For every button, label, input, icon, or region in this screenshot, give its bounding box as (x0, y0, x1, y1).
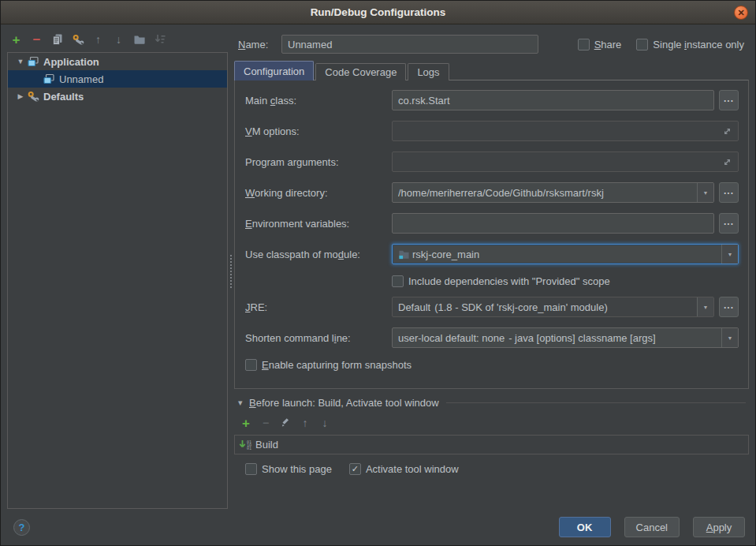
sort-configurations-button[interactable] (151, 31, 169, 48)
vm-options-label: VM options: (245, 125, 392, 137)
edit-defaults-button[interactable] (69, 31, 87, 48)
remove-task-button[interactable]: − (259, 416, 273, 430)
working-directory-combo[interactable]: /home/meriherrera/Code/Github/rsksmart/r… (392, 182, 714, 203)
tree-item-label: Unnamed (59, 73, 103, 85)
wrench-gear-icon (27, 90, 41, 103)
ellipsis-icon: ... (724, 216, 734, 227)
remove-icon: − (263, 417, 269, 428)
chevron-down-icon: ▼ (728, 335, 733, 341)
configurations-toolbar: + − ↑ ↓ (7, 29, 228, 50)
capture-snapshots-label: Enable capturing form snapshots (262, 359, 412, 371)
tree-item-application[interactable]: ▼ Application (8, 53, 227, 70)
main-class-field[interactable]: co.rsk.Start (392, 90, 714, 110)
configuration-tab-panel: Main class: co.rsk.Start ... VM options: (234, 80, 749, 389)
working-directory-browse-button[interactable]: ... (719, 182, 739, 203)
create-folder-button[interactable] (130, 31, 148, 48)
chevron-down-icon[interactable]: ▼ (14, 58, 27, 65)
shorten-command-line-combo[interactable]: user-local default: none - java [options… (392, 327, 739, 348)
separator (446, 402, 746, 403)
jre-combo[interactable]: Default (1.8 - SDK of 'rskj-core_main' m… (392, 297, 714, 317)
capture-snapshots-checkbox[interactable] (245, 359, 257, 371)
name-input[interactable] (281, 35, 538, 54)
apply-button[interactable]: Apply (693, 517, 745, 537)
expand-field-icon[interactable] (722, 126, 732, 136)
name-row: Name: Share Single instance only (234, 34, 749, 54)
main-class-browse-button[interactable]: ... (719, 90, 739, 110)
ok-button[interactable]: OK (559, 517, 611, 537)
move-down-button[interactable]: ↓ (110, 31, 128, 48)
expand-field-icon[interactable] (722, 157, 732, 167)
single-instance-label: Single instance only (653, 39, 744, 50)
main-class-row: Main class: co.rsk.Start ... (245, 90, 739, 110)
run-debug-configurations-dialog: Run/Debug Configurations ✕ + − (0, 0, 756, 546)
add-configuration-button[interactable]: + (7, 31, 25, 48)
edit-task-button[interactable] (278, 416, 292, 430)
environment-variables-row: Environment variables: ... (245, 213, 739, 234)
move-task-up-button[interactable]: ↑ (298, 416, 312, 430)
before-launch-title: Before launch: Build, Activate tool wind… (249, 397, 439, 409)
use-classpath-label: Use classpath of module: (245, 249, 392, 260)
include-provided-checkbox[interactable] (392, 275, 404, 287)
jre-row: JRE: Default (1.8 - SDK of 'rskj-core_ma… (245, 297, 739, 317)
title-bar[interactable]: Run/Debug Configurations ✕ (1, 1, 755, 24)
environment-variables-field[interactable] (392, 213, 714, 234)
move-up-button[interactable]: ↑ (89, 31, 107, 48)
shorten-dropdown-button[interactable]: ▼ (721, 328, 738, 347)
share-checkbox-group[interactable]: Share (578, 39, 622, 50)
jre-dropdown-button[interactable]: ▼ (697, 297, 713, 316)
working-directory-dropdown-button[interactable]: ▼ (697, 183, 713, 202)
checkmark-icon: ✓ (352, 465, 359, 473)
activate-tool-window-checkbox[interactable]: ✓ (349, 463, 361, 475)
show-this-page-checkbox-group[interactable]: Show this page (245, 463, 332, 475)
jre-label: JRE: (245, 301, 392, 313)
working-directory-label: Working directory: (245, 187, 392, 199)
activate-tool-window-checkbox-group[interactable]: ✓ Activate tool window (349, 463, 459, 475)
environment-variables-browse-button[interactable]: ... (719, 213, 739, 234)
module-combo[interactable]: rskj-core_main ▼ (392, 244, 739, 264)
before-launch-toolbar: + − ↑ ↓ (239, 416, 749, 430)
close-button[interactable]: ✕ (734, 6, 748, 20)
tab-logs[interactable]: Logs (408, 63, 449, 80)
arrow-up-icon: ↑ (95, 34, 101, 45)
chevron-right-icon[interactable]: ▶ (14, 92, 27, 100)
before-launch-header[interactable]: ▾ Before launch: Build, Activate tool wi… (238, 397, 746, 409)
single-instance-checkbox-group[interactable]: Single instance only (636, 39, 744, 50)
jre-browse-button[interactable]: ... (719, 297, 739, 317)
remove-configuration-button[interactable]: − (28, 31, 46, 48)
shorten-command-line-row: Shorten command line: user-local default… (245, 327, 739, 348)
show-this-page-checkbox[interactable] (245, 463, 257, 475)
before-launch-task-list: 01 10 01 Build (234, 435, 749, 454)
single-instance-checkbox[interactable] (636, 39, 648, 50)
move-task-down-button[interactable]: ↓ (318, 416, 332, 430)
vm-options-row: VM options: (245, 121, 739, 141)
capture-snapshots-checkbox-group[interactable]: Enable capturing form snapshots (245, 359, 412, 371)
tab-code-coverage[interactable]: Code Coverage (315, 63, 406, 80)
left-pane: + − ↑ ↓ (1, 24, 228, 509)
module-dropdown-button[interactable]: ▼ (721, 245, 738, 264)
copy-configuration-button[interactable] (48, 31, 66, 48)
shorten-command-line-label: Shorten command line: (245, 332, 392, 344)
share-checkbox[interactable] (578, 39, 590, 50)
include-provided-checkbox-group[interactable]: Include dependencies with "Provided" sco… (392, 275, 610, 287)
cancel-button[interactable]: Cancel (624, 517, 680, 537)
task-row-build[interactable]: 01 10 01 Build (235, 436, 748, 454)
program-arguments-field[interactable] (392, 151, 739, 172)
help-button[interactable]: ? (13, 519, 30, 536)
sort-alpha-icon (154, 33, 166, 46)
add-icon: + (242, 417, 250, 430)
vm-options-field[interactable] (392, 121, 739, 141)
panel-splitter[interactable] (228, 24, 234, 509)
main-class-label: Main class: (245, 95, 392, 107)
tree-item-label: Application (43, 56, 99, 68)
tab-configuration[interactable]: Configuration (234, 61, 314, 80)
collapse-section-icon[interactable]: ▾ (238, 398, 249, 408)
build-icon: 01 10 01 (239, 439, 251, 451)
tree-item-defaults[interactable]: ▶ Defaults (8, 88, 227, 105)
use-classpath-row: Use classpath of module: rskj-core_main … (245, 244, 739, 264)
tree-item-unnamed[interactable]: Unnamed (8, 70, 227, 88)
add-task-button[interactable]: + (239, 416, 253, 430)
footer: ? OK Cancel Apply (1, 509, 755, 545)
program-arguments-label: Program arguments: (245, 156, 392, 168)
question-icon: ? (19, 522, 25, 533)
remove-icon: − (33, 33, 41, 47)
